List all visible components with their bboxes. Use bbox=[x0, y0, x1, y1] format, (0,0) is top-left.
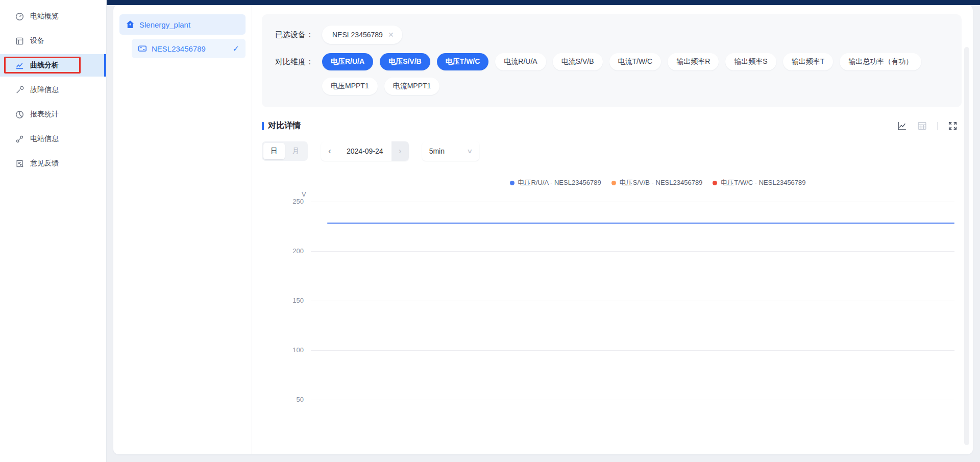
top-navy-bar bbox=[107, 0, 980, 5]
chart-legend: 电压R/U/A - NESL23456789 电压S/V/B - NESL234… bbox=[509, 178, 805, 187]
filter-card: 已选设备： NESL23456789 ✕ 对比维度： 电压R/U/A 电压S/V… bbox=[262, 14, 962, 107]
chip-voltage-rua[interactable]: 电压R/U/A bbox=[322, 53, 373, 70]
gridline-50 bbox=[311, 400, 954, 400]
legend-dot-blue bbox=[509, 181, 514, 185]
main-panel: Slenergy_plant NESL23456789 ✓ 已选设备： NESL… bbox=[113, 5, 973, 454]
chip-freq-r[interactable]: 输出频率R bbox=[668, 53, 719, 70]
pie-chart-icon bbox=[15, 110, 24, 119]
interval-value: 5min bbox=[429, 147, 445, 155]
next-date-button[interactable]: › bbox=[391, 141, 409, 161]
interval-dropdown[interactable]: 5min ∨ bbox=[422, 141, 479, 161]
sidebar: 电站概览 设备 曲线分析 故障信息 报表统计 电站信息 意见反馈 bbox=[0, 0, 107, 462]
chip-voltage-twc[interactable]: 电压T/W/C bbox=[437, 53, 489, 70]
prev-date-button[interactable]: ‹ bbox=[321, 141, 338, 161]
legend-label: 电压S/V/B - NESL23456789 bbox=[620, 178, 703, 187]
granularity-day-button[interactable]: 日 bbox=[263, 143, 285, 159]
selected-device-chip[interactable]: NESL23456789 ✕ bbox=[322, 26, 402, 44]
y-tick-250: 250 bbox=[262, 198, 304, 205]
dimensions-label: 对比维度： bbox=[275, 57, 322, 67]
plant-name: Slenergy_plant bbox=[139, 20, 190, 29]
tree-node-plant[interactable]: Slenergy_plant bbox=[119, 14, 246, 35]
y-tick-150: 150 bbox=[262, 297, 304, 304]
sidebar-item-label: 电站概览 bbox=[30, 12, 59, 21]
device-list-icon bbox=[15, 37, 24, 45]
line-chart-view-icon[interactable] bbox=[897, 121, 907, 131]
check-icon: ✓ bbox=[233, 44, 239, 54]
dimensions-row-2: 电压MPPT1 电流MPPT1 bbox=[275, 78, 948, 95]
sidebar-item-label: 故障信息 bbox=[30, 85, 59, 94]
sidebar-item-devices[interactable]: 设备 bbox=[0, 30, 106, 52]
sidebar-item-label: 报表统计 bbox=[30, 110, 59, 119]
legend-label: 电压T/W/C - NESL23456789 bbox=[721, 178, 805, 187]
chip-total-active-power[interactable]: 输出总功率（有功） bbox=[840, 53, 921, 70]
chart-controls: 日 月 ‹ 2024-09-24 › 5min ∨ bbox=[262, 141, 962, 161]
curve-analysis-icon bbox=[15, 61, 24, 70]
selected-device-label: 已选设备： bbox=[275, 30, 322, 40]
view-toolbar bbox=[897, 121, 962, 131]
inverter-icon bbox=[138, 44, 147, 53]
gridline-150 bbox=[311, 301, 954, 301]
sidebar-item-label: 设备 bbox=[30, 36, 44, 45]
tree-node-device[interactable]: NESL23456789 ✓ bbox=[132, 39, 246, 58]
legend-label: 电压R/U/A - NESL23456789 bbox=[518, 178, 601, 187]
legend-item[interactable]: 电压S/V/B - NESL23456789 bbox=[611, 178, 703, 187]
sidebar-item-label: 意见反馈 bbox=[30, 159, 59, 168]
content-pane: 已选设备： NESL23456789 ✕ 对比维度： 电压R/U/A 电压S/V… bbox=[252, 5, 973, 454]
sidebar-item-label: 曲线分析 bbox=[30, 61, 59, 70]
chip-voltage-svb[interactable]: 电压S/V/B bbox=[380, 53, 430, 70]
feedback-icon bbox=[15, 159, 24, 168]
fullscreen-icon[interactable] bbox=[948, 121, 958, 131]
section-title: 对比详情 bbox=[262, 120, 301, 131]
device-name: NESL23456789 bbox=[152, 44, 206, 53]
sidebar-item-label: 电站信息 bbox=[30, 134, 59, 143]
legend-item[interactable]: 电压R/U/A - NESL23456789 bbox=[509, 178, 601, 187]
chip-current-rua[interactable]: 电流R/U/A bbox=[495, 53, 546, 70]
gridline-250 bbox=[311, 202, 954, 202]
date-navigator: ‹ 2024-09-24 › bbox=[321, 141, 409, 161]
dimension-chips-row1: 电压R/U/A 电压S/V/B 电压T/W/C 电流R/U/A 电流S/V/B … bbox=[322, 53, 921, 70]
vertical-scrollbar[interactable] bbox=[964, 47, 969, 445]
y-tick-50: 50 bbox=[262, 396, 304, 403]
selected-device-row: 已选设备： NESL23456789 ✕ bbox=[275, 26, 948, 44]
sidebar-item-report-stats[interactable]: 报表统计 bbox=[0, 103, 106, 126]
legend-dot-red bbox=[713, 181, 717, 185]
table-view-icon[interactable] bbox=[917, 121, 927, 131]
y-axis-unit: V bbox=[302, 190, 306, 198]
plug-icon bbox=[15, 135, 24, 143]
selected-device-chip-text: NESL23456789 bbox=[332, 31, 383, 39]
sidebar-item-fault-info[interactable]: 故障信息 bbox=[0, 79, 106, 101]
sidebar-item-plant-overview[interactable]: 电站概览 bbox=[0, 5, 106, 28]
dimension-chips-row2: 电压MPPT1 电流MPPT1 bbox=[322, 78, 439, 95]
chip-freq-t[interactable]: 输出频率T bbox=[783, 53, 834, 70]
wrench-icon bbox=[15, 86, 24, 94]
close-icon[interactable]: ✕ bbox=[388, 31, 394, 39]
chevron-down-icon: ∨ bbox=[467, 148, 473, 155]
date-value[interactable]: 2024-09-24 bbox=[338, 147, 391, 155]
y-tick-200: 200 bbox=[262, 247, 304, 255]
chip-current-twc[interactable]: 电流T/W/C bbox=[609, 53, 662, 70]
comparison-chart: 电压R/U/A - NESL23456789 电压S/V/B - NESL234… bbox=[262, 167, 962, 445]
voltage-series-line bbox=[327, 223, 954, 224]
legend-item[interactable]: 电压T/W/C - NESL23456789 bbox=[713, 178, 805, 187]
granularity-segmented-control: 日 月 bbox=[262, 141, 308, 161]
detail-section-header: 对比详情 bbox=[262, 120, 962, 131]
chip-voltage-mppt1[interactable]: 电压MPPT1 bbox=[322, 78, 378, 95]
plant-house-icon bbox=[126, 20, 135, 29]
chip-freq-s[interactable]: 输出频率S bbox=[725, 53, 776, 70]
gridline-100 bbox=[311, 350, 954, 351]
gauge-icon bbox=[15, 12, 24, 21]
toolbar-divider bbox=[937, 122, 938, 130]
device-tree-pane: Slenergy_plant NESL23456789 ✓ bbox=[113, 5, 252, 454]
sidebar-item-plant-info[interactable]: 电站信息 bbox=[0, 128, 106, 150]
chip-current-svb[interactable]: 电流S/V/B bbox=[553, 53, 603, 70]
chip-current-mppt1[interactable]: 电流MPPT1 bbox=[384, 78, 440, 95]
gridline-200 bbox=[311, 251, 954, 252]
legend-dot-orange bbox=[611, 181, 616, 185]
sidebar-item-curve-analysis[interactable]: 曲线分析 bbox=[0, 54, 106, 77]
granularity-month-button[interactable]: 月 bbox=[285, 143, 306, 159]
y-tick-100: 100 bbox=[262, 346, 304, 354]
sidebar-item-feedback[interactable]: 意见反馈 bbox=[0, 152, 106, 175]
dimensions-row: 对比维度： 电压R/U/A 电压S/V/B 电压T/W/C 电流R/U/A 电流… bbox=[275, 53, 948, 70]
